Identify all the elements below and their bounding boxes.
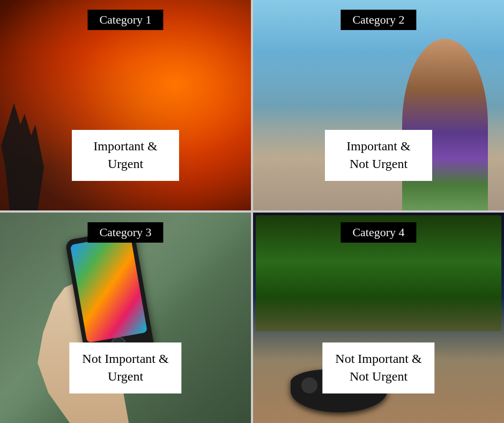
quadrant-3: Category 3 Not Important & Urgent [0, 213, 251, 423]
meditation-figure [402, 39, 488, 210]
description-text-4: Not Important & Not Urgent [335, 352, 421, 384]
description-text-2: Important & Not Urgent [346, 139, 410, 171]
description-text-1: Important & Urgent [93, 139, 157, 171]
description-box-1: Important & Urgent [72, 130, 179, 181]
quadrant-2: Category 2 Important & Not Urgent [253, 0, 504, 210]
description-text-3: Not Important & Urgent [82, 352, 168, 384]
category-4-label: Category 4 [340, 222, 416, 243]
description-box-2: Important & Not Urgent [325, 130, 432, 181]
category-3-label: Category 3 [87, 222, 163, 243]
category-1-label: Category 1 [87, 10, 163, 30]
quadrant-4: Category 4 Not Important & Not Urgent [253, 213, 504, 423]
eisenhower-matrix: Category 1 Important & Urgent Category 2… [0, 0, 504, 423]
description-box-4: Not Important & Not Urgent [322, 342, 434, 393]
quadrant-1: Category 1 Important & Urgent [0, 0, 251, 210]
firefighter-figure [1, 103, 44, 210]
description-box-3: Not Important & Urgent [69, 342, 181, 393]
category-2-label: Category 2 [340, 10, 416, 30]
